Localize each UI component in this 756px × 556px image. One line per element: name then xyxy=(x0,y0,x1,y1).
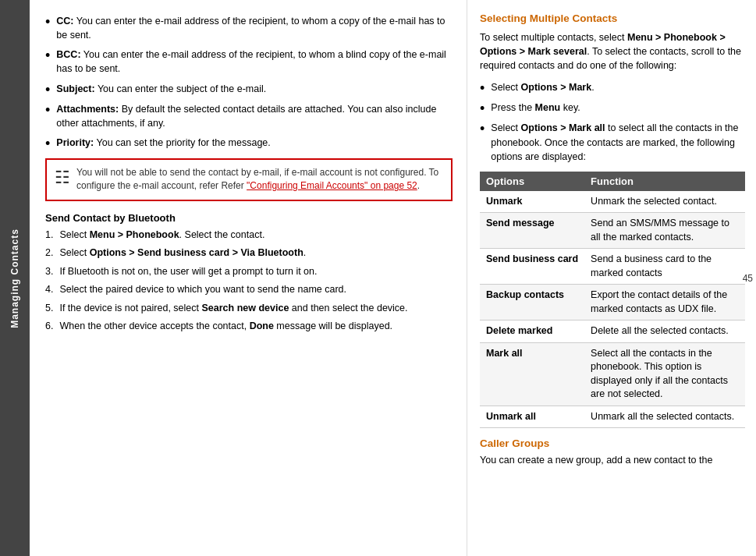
table-row: Unmark Unmark the selected contact. xyxy=(480,191,745,213)
step-6-text: When the other device accepts the contac… xyxy=(59,320,392,334)
caller-groups-title: Caller Groups xyxy=(480,437,745,449)
option-delete-marked: Delete marked xyxy=(480,320,584,343)
note-icon: ☷ xyxy=(55,168,70,188)
function-send-message: Send an SMS/MMS message to all the marke… xyxy=(584,213,745,249)
bullet-dot: • xyxy=(45,136,50,151)
note-box: ☷ You will not be able to send the conta… xyxy=(45,158,453,201)
step-5-bold: Search new device xyxy=(201,303,289,313)
subject-desc: You can enter the subject of the e-mail. xyxy=(98,83,266,94)
options-bullets: • Select Options > Mark. • Press the Men… xyxy=(480,80,745,163)
note-link[interactable]: "Configuring Email Accounts" on page 52 xyxy=(247,180,417,191)
right-column: Selecting Multiple Contacts To select mu… xyxy=(467,0,756,556)
function-send-business-card: Send a business card to the marked conta… xyxy=(584,249,745,285)
note-text: You will not be able to send the contact… xyxy=(76,166,443,193)
option-send-message: Send message xyxy=(480,213,584,249)
step-num: 5. xyxy=(45,302,53,316)
bullet-dot: • xyxy=(45,48,50,76)
step-1-text: Select Menu > Phonebook. Select the cont… xyxy=(59,228,264,243)
option-markall-text: Select Options > Mark all to select all … xyxy=(491,121,745,163)
attachments-term: Attachments: xyxy=(56,104,119,115)
function-unmark-all: Unmark all the selected contacts. xyxy=(584,405,745,428)
subject-text: Subject: You can enter the subject of th… xyxy=(56,82,266,97)
step-4-text: Select the paired device to which you wa… xyxy=(59,283,346,297)
step-6-bold: Done xyxy=(250,320,274,331)
bcc-term: BCC: xyxy=(56,49,80,60)
step-2-text: Select Options > Send business card > Vi… xyxy=(59,246,306,260)
options-table: Options Function Unmark Unmark the selec… xyxy=(480,172,745,429)
bullet-dot: • xyxy=(480,81,484,95)
table-row: Send message Send an SMS/MMS message to … xyxy=(480,213,745,249)
list-item-attachments: • Attachments: By default the selected c… xyxy=(45,102,453,130)
function-mark-all: Select all the contacts in the phonebook… xyxy=(584,342,745,405)
bluetooth-heading: Send Contact by Bluetooth xyxy=(45,212,453,224)
subject-term: Subject: xyxy=(56,83,94,94)
option-unmark: Unmark xyxy=(480,191,584,213)
cc-desc: You can enter the e-mail address of the … xyxy=(56,16,445,41)
list-item-priority: • Priority: You can set the priority for… xyxy=(45,136,453,151)
bcc-desc: You can enter the e-mail address of the … xyxy=(56,49,446,74)
intro-bold: Menu > Phonebook > Options > Mark severa… xyxy=(480,32,726,57)
bluetooth-steps-list: 1. Select Menu > Phonebook. Select the c… xyxy=(45,228,453,334)
step-3-text: If Bluetooth is not on, the user will ge… xyxy=(59,265,317,279)
list-item-subject: • Subject: You can enter the subject of … xyxy=(45,82,453,97)
option-unmark-all: Unmark all xyxy=(480,405,584,428)
option-mark-text: Select Options > Mark. xyxy=(491,80,594,95)
table-row: Send business card Send a business card … xyxy=(480,249,745,285)
step-1: 1. Select Menu > Phonebook. Select the c… xyxy=(45,228,453,243)
bullet-dot: • xyxy=(480,122,484,163)
function-delete-marked: Delete all the selected contacts. xyxy=(584,320,745,343)
option-send-business-card: Send business card xyxy=(480,249,584,285)
table-row: Unmark all Unmark all the selected conta… xyxy=(480,405,745,428)
bullet-dot: • xyxy=(45,83,50,97)
function-backup-contacts: Export the contact details of the marked… xyxy=(584,285,745,320)
function-unmark: Unmark the selected contact. xyxy=(584,191,745,213)
main-content: • CC: You can enter the e-mail address o… xyxy=(30,0,756,556)
cc-bcc-list: • CC: You can enter the e-mail address o… xyxy=(45,14,453,151)
priority-term: Priority: xyxy=(56,137,94,148)
bullet-dot: • xyxy=(480,101,484,115)
bullet-options-menu: • Press the Menu key. xyxy=(480,101,745,115)
step-num: 2. xyxy=(45,246,53,260)
option-backup-contacts: Backup contacts xyxy=(480,285,584,320)
list-item-bcc: • BCC: You can enter the e-mail address … xyxy=(45,48,453,76)
option-mark-bold: Options > Mark xyxy=(521,82,592,93)
attachments-text: Attachments: By default the selected con… xyxy=(56,102,453,130)
option-menu-bold: Menu xyxy=(535,102,561,113)
priority-desc: You can set the priority for the message… xyxy=(97,137,271,148)
sidebar: Managing Contacts xyxy=(0,0,30,556)
step-2: 2. Select Options > Send business card >… xyxy=(45,246,453,260)
intro-text: To select multiple contacts, select Menu… xyxy=(480,30,745,73)
step-4: 4. Select the paired device to which you… xyxy=(45,283,453,297)
bullet-options-markall: • Select Options > Mark all to select al… xyxy=(480,121,745,163)
step-2-bold: Options > Send business card > Via Bluet… xyxy=(90,247,303,258)
cc-text: CC: You can enter the e-mail address of … xyxy=(56,14,453,42)
step-1-bold: Menu > Phonebook xyxy=(90,229,179,240)
caller-groups-text: You can create a new group, add a new co… xyxy=(480,453,745,467)
selecting-multiple-title: Selecting Multiple Contacts xyxy=(480,12,745,24)
page-number: 45 xyxy=(743,273,753,284)
option-markall-bold: Options > Mark all xyxy=(521,122,605,133)
cc-term: CC: xyxy=(56,16,73,27)
table-row: Backup contacts Export the contact detai… xyxy=(480,285,745,320)
table-header-function: Function xyxy=(584,172,745,191)
step-6: 6. When the other device accepts the con… xyxy=(45,320,453,334)
sidebar-label: Managing Contacts xyxy=(9,228,20,328)
priority-text: Priority: You can set the priority for t… xyxy=(56,136,270,151)
step-num: 3. xyxy=(45,265,53,279)
step-num: 6. xyxy=(45,320,53,334)
list-item-cc: • CC: You can enter the e-mail address o… xyxy=(45,14,453,42)
note-text-part2: . xyxy=(417,180,420,191)
bullet-dot: • xyxy=(45,15,50,42)
table-header-options: Options xyxy=(480,172,584,191)
bullet-options-mark: • Select Options > Mark. xyxy=(480,80,745,95)
option-mark-all: Mark all xyxy=(480,342,584,405)
table-row: Delete marked Delete all the selected co… xyxy=(480,320,745,343)
step-5: 5. If the device is not paired, select S… xyxy=(45,302,453,316)
bullet-dot: • xyxy=(45,103,50,130)
step-5-text: If the device is not paired, select Sear… xyxy=(59,302,407,316)
step-num: 4. xyxy=(45,283,53,297)
table-row: Mark all Select all the contacts in the … xyxy=(480,342,745,405)
bcc-text: BCC: You can enter the e-mail address of… xyxy=(56,48,453,76)
option-menu-text: Press the Menu key. xyxy=(491,101,580,115)
step-3: 3. If Bluetooth is not on, the user will… xyxy=(45,265,453,279)
